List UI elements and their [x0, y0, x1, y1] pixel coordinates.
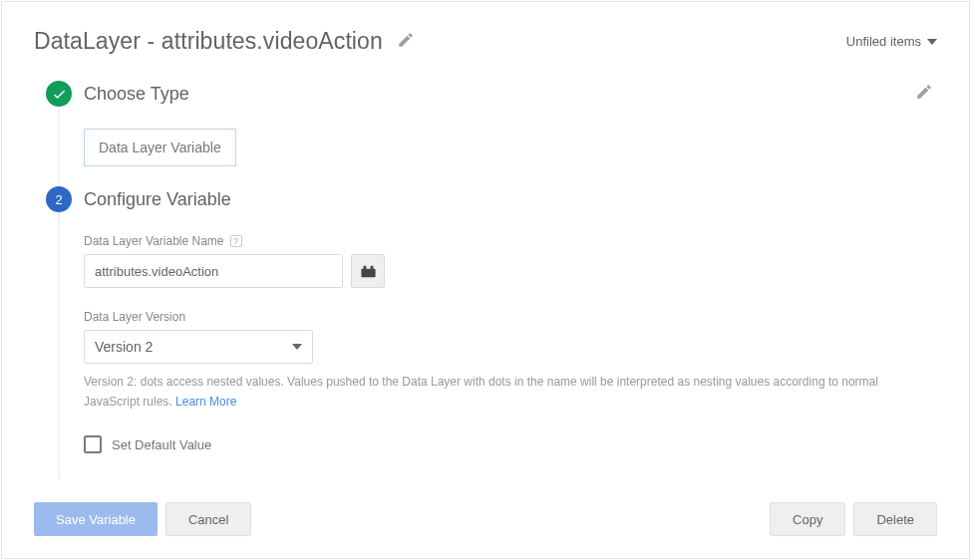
variable-picker-button[interactable] [351, 254, 385, 288]
footer-left: Save Variable Cancel [34, 502, 251, 536]
step-2-row: 2 Configure Variable Data Layer Variable… [34, 186, 937, 477]
default-value-row: Set Default Value [84, 435, 937, 453]
version-select[interactable]: Version 2 [84, 330, 313, 364]
type-chip[interactable]: Data Layer Variable [84, 129, 236, 166]
step-1-row: Choose Type Data Layer Variable [34, 81, 937, 186]
step-2-body: Configure Variable Data Layer Variable N… [84, 186, 937, 477]
version-label: Data Layer Version [84, 310, 937, 324]
step-1-marker-col [34, 81, 84, 107]
header-row: DataLayer - attributes.videoAction Unfil… [34, 28, 937, 55]
edit-title-pencil-icon[interactable] [397, 31, 415, 53]
steps-container: Choose Type Data Layer Variable 2 Config… [34, 81, 937, 477]
step-1-body: Choose Type Data Layer Variable [84, 81, 937, 186]
step-1-title: Choose Type [84, 84, 189, 105]
lego-brick-icon [360, 264, 377, 279]
chevron-down-icon [927, 37, 937, 47]
variable-editor-panel: DataLayer - attributes.videoAction Unfil… [1, 1, 970, 559]
help-icon[interactable]: ? [230, 235, 242, 247]
page-title: DataLayer - attributes.videoAction [34, 28, 383, 55]
step-2-title: Configure Variable [84, 189, 231, 210]
folder-label: Unfiled items [846, 34, 921, 49]
learn-more-link[interactable]: Learn More [175, 395, 236, 409]
version-help-text: Version 2: dots access nested values. Va… [84, 372, 937, 412]
delete-button[interactable]: Delete [853, 502, 937, 536]
copy-button[interactable]: Copy [770, 502, 845, 536]
set-default-label: Set Default Value [112, 437, 211, 452]
step-1-head: Choose Type [84, 81, 937, 107]
svg-rect-2 [370, 265, 373, 269]
edit-step1-pencil-icon[interactable] [915, 83, 933, 105]
cancel-button[interactable]: Cancel [165, 502, 251, 536]
footer-right: Copy Delete [770, 502, 937, 536]
connector-line-2 [59, 212, 60, 479]
var-name-label-row: Data Layer Variable Name ? [84, 234, 937, 248]
var-name-input[interactable] [84, 254, 343, 288]
configure-form: Data Layer Variable Name ? Data Layer Ve… [84, 212, 937, 453]
set-default-checkbox[interactable] [84, 435, 102, 453]
folder-dropdown[interactable]: Unfiled items [846, 34, 937, 49]
svg-rect-1 [363, 265, 366, 269]
check-icon [52, 87, 67, 102]
step-2-marker-col: 2 [34, 186, 84, 212]
title-wrap: DataLayer - attributes.videoAction [34, 28, 415, 55]
svg-rect-0 [361, 268, 375, 277]
step-1-done-marker [46, 81, 72, 107]
var-name-input-row [84, 254, 937, 288]
var-name-label: Data Layer Variable Name [84, 234, 224, 248]
save-button[interactable]: Save Variable [34, 502, 158, 536]
step-2-marker: 2 [46, 186, 72, 212]
footer: Save Variable Cancel Copy Delete [34, 502, 937, 536]
step-2-head: Configure Variable [84, 186, 937, 212]
